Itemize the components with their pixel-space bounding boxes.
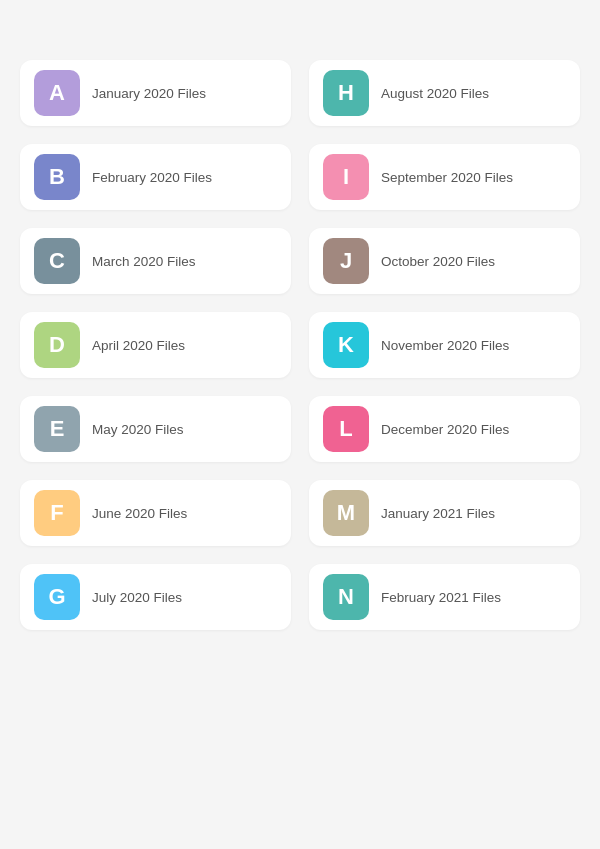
folder-label: November 2020 Files xyxy=(381,338,509,353)
folder-label: August 2020 Files xyxy=(381,86,489,101)
folder-icon-box: N xyxy=(323,574,369,620)
folder-item[interactable]: GJuly 2020 Files xyxy=(20,564,291,630)
folder-label: February 2021 Files xyxy=(381,590,501,605)
folder-item[interactable]: BFebruary 2020 Files xyxy=(20,144,291,210)
folder-label: December 2020 Files xyxy=(381,422,509,437)
folder-item[interactable]: LDecember 2020 Files xyxy=(309,396,580,462)
folder-label: May 2020 Files xyxy=(92,422,184,437)
folder-grid: AJanuary 2020 FilesHAugust 2020 FilesBFe… xyxy=(20,60,580,630)
folder-item[interactable]: MJanuary 2021 Files xyxy=(309,480,580,546)
folder-item[interactable]: DApril 2020 Files xyxy=(20,312,291,378)
folder-item[interactable]: ISeptember 2020 Files xyxy=(309,144,580,210)
folder-icon-box: E xyxy=(34,406,80,452)
folder-label: January 2021 Files xyxy=(381,506,495,521)
folder-icon-box: G xyxy=(34,574,80,620)
folder-item[interactable]: CMarch 2020 Files xyxy=(20,228,291,294)
folder-item[interactable]: JOctober 2020 Files xyxy=(309,228,580,294)
folder-label: June 2020 Files xyxy=(92,506,187,521)
folder-item[interactable]: EMay 2020 Files xyxy=(20,396,291,462)
folder-label: January 2020 Files xyxy=(92,86,206,101)
folder-icon-box: B xyxy=(34,154,80,200)
folder-icon-box: D xyxy=(34,322,80,368)
folder-icon-box: K xyxy=(323,322,369,368)
folder-item[interactable]: NFebruary 2021 Files xyxy=(309,564,580,630)
folder-item[interactable]: AJanuary 2020 Files xyxy=(20,60,291,126)
folder-item[interactable]: FJune 2020 Files xyxy=(20,480,291,546)
folder-icon-box: L xyxy=(323,406,369,452)
folder-label: September 2020 Files xyxy=(381,170,513,185)
folder-icon-box: A xyxy=(34,70,80,116)
folder-label: July 2020 Files xyxy=(92,590,182,605)
folder-icon-box: F xyxy=(34,490,80,536)
folder-label: February 2020 Files xyxy=(92,170,212,185)
folder-icon-box: C xyxy=(34,238,80,284)
folder-icon-box: J xyxy=(323,238,369,284)
folder-icon-box: M xyxy=(323,490,369,536)
folder-icon-box: I xyxy=(323,154,369,200)
folder-label: October 2020 Files xyxy=(381,254,495,269)
folder-label: March 2020 Files xyxy=(92,254,196,269)
folder-item[interactable]: KNovember 2020 Files xyxy=(309,312,580,378)
folder-item[interactable]: HAugust 2020 Files xyxy=(309,60,580,126)
folder-label: April 2020 Files xyxy=(92,338,185,353)
folder-icon-box: H xyxy=(323,70,369,116)
